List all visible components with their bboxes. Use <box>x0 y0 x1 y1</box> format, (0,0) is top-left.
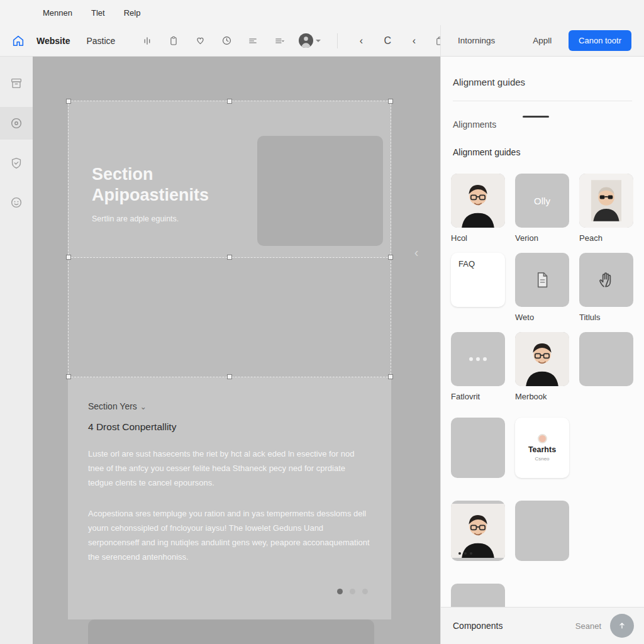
rail-item-smiley[interactable] <box>0 186 33 219</box>
hero-text-block[interactable]: Section Apipoastienits Sertlin are adple… <box>92 164 209 223</box>
panel-footer: Components Seanet <box>441 607 644 644</box>
shield-icon <box>9 156 23 170</box>
component-card-tearhts[interactable]: Tearhts Csneo <box>515 418 569 478</box>
selection-handle[interactable] <box>388 99 393 104</box>
component-card-titluls[interactable] <box>579 253 633 307</box>
component-card-peach[interactable] <box>579 174 633 228</box>
account-menu[interactable] <box>299 33 321 48</box>
toolbar-right-group: Intornings Appll Canon tootr <box>440 25 644 56</box>
selection-handle[interactable] <box>227 255 232 260</box>
clipboard-icon <box>168 35 179 47</box>
tab-website[interactable]: Website <box>36 36 70 46</box>
card-label: Peach <box>579 233 633 243</box>
primary-action-button[interactable]: Canon tootr <box>569 30 631 51</box>
component-card-verion[interactable]: Olly <box>515 174 569 228</box>
chevron-down-icon: ⌄ <box>140 402 147 411</box>
link-appll[interactable]: Appll <box>533 36 552 45</box>
panel-title: Alignment guides <box>453 77 525 87</box>
component-card-hcol[interactable] <box>451 174 505 228</box>
pagination-dot-3[interactable] <box>362 589 368 594</box>
section-heading[interactable]: 4 Drost Conpertallity <box>88 421 176 433</box>
smiley-icon <box>9 196 23 209</box>
empty-section[interactable] <box>68 258 391 377</box>
clipboard-button[interactable] <box>167 34 180 48</box>
hero-title: Section Apipoastienits <box>92 164 209 206</box>
tab-indicator <box>523 116 549 118</box>
hand-icon <box>596 270 616 290</box>
hero-subtitle: Sertlin are adple eguints. <box>92 214 209 223</box>
component-card-plain[interactable] <box>451 418 505 478</box>
archive-box-icon <box>9 77 23 91</box>
menu-item-mennen[interactable]: Mennen <box>43 8 72 18</box>
card-label: Hcol <box>451 233 505 243</box>
pagination-dots <box>337 589 368 594</box>
favorites-button[interactable] <box>193 34 207 48</box>
component-card-plain[interactable] <box>579 332 633 386</box>
list-menu-button[interactable] <box>272 34 286 48</box>
menu-item-relp[interactable]: Relp <box>124 8 141 18</box>
selection-handle[interactable] <box>388 255 393 260</box>
rail-item-shield[interactable] <box>0 147 33 179</box>
card-label: Merbook <box>515 392 569 401</box>
list-icon <box>274 35 285 47</box>
card-label: Fatlovrit <box>451 392 505 401</box>
person-photo-icon <box>451 174 505 228</box>
card-label: Titluls <box>579 313 633 322</box>
align-left-button[interactable] <box>246 34 260 48</box>
seanet-link[interactable]: Seanet <box>575 621 601 631</box>
component-card-fatlovrit[interactable] <box>451 332 505 386</box>
component-card-photo[interactable] <box>451 501 505 561</box>
card-label: Weto <box>515 313 569 322</box>
component-card-merbook[interactable] <box>515 332 569 386</box>
left-rail <box>0 57 33 644</box>
selection-handle[interactable] <box>227 99 232 104</box>
selection-handle[interactable] <box>66 99 71 104</box>
toolbar-divider <box>337 33 338 48</box>
group-label-alignment-guides: Alignment guides <box>453 147 520 157</box>
card-text: FAQ <box>458 259 475 269</box>
ellipsis-icon <box>458 552 472 555</box>
rail-item-archive[interactable] <box>0 67 33 100</box>
menu-item-tlet[interactable]: Tlet <box>91 8 105 18</box>
tab-alignments[interactable]: Alignments <box>453 119 496 130</box>
upload-icon <box>616 620 628 631</box>
section-paragraph-1[interactable]: Luste orl are sust hasecents the riet by… <box>88 447 372 490</box>
component-card-faq[interactable]: FAQ <box>451 253 505 307</box>
pagination-dot-1[interactable] <box>337 589 343 594</box>
link-intornings[interactable]: Intornings <box>458 36 495 45</box>
ellipsis-icon <box>469 357 487 361</box>
card-text: Olly <box>515 174 569 228</box>
section-paragraph-2[interactable]: Acopestiona sres templuge you ration and… <box>88 506 372 565</box>
doc-icon <box>533 270 552 289</box>
undo-button[interactable]: ‹ <box>354 35 368 47</box>
back-button[interactable]: ‹ <box>407 35 421 47</box>
section-kicker[interactable]: Section Yers⌄ <box>88 401 147 411</box>
design-canvas[interactable]: Section Apipoastienits Sertlin are adple… <box>33 57 440 644</box>
component-card-weto[interactable] <box>515 253 569 307</box>
panel-divider <box>453 101 632 101</box>
selection-handle[interactable] <box>227 374 232 379</box>
history-button[interactable] <box>219 34 233 48</box>
right-panel: Alignment guides Alignments Alignment gu… <box>440 57 644 644</box>
pagination-dot-2[interactable] <box>350 589 355 594</box>
tab-pastice[interactable]: Pastice <box>86 36 115 46</box>
card-label: Verion <box>515 233 569 243</box>
clock-icon <box>221 35 233 47</box>
equalizer-button[interactable] <box>140 34 154 48</box>
chevron-down-icon <box>316 40 321 42</box>
rail-item-disc[interactable] <box>0 107 33 140</box>
component-card-plain[interactable] <box>515 501 569 561</box>
bottom-section[interactable] <box>88 619 374 644</box>
selection-handle[interactable] <box>66 374 71 379</box>
app-window: Mennen Tlet Relp Website Pastice <box>0 0 644 644</box>
selection-handle[interactable] <box>388 374 393 379</box>
content-section[interactable]: Section Yers⌄ 4 Drost Conpertallity Lust… <box>68 377 391 619</box>
panel-collapse-chevron[interactable]: ‹ <box>410 245 423 260</box>
home-button[interactable] <box>9 31 28 50</box>
upload-button[interactable] <box>610 614 634 638</box>
redo-button[interactable]: C <box>380 35 394 47</box>
components-label[interactable]: Components <box>453 621 502 631</box>
hero-section[interactable]: Section Apipoastienits Sertlin are adple… <box>68 101 391 258</box>
hero-image-placeholder[interactable] <box>257 136 383 246</box>
selection-handle[interactable] <box>66 255 71 260</box>
